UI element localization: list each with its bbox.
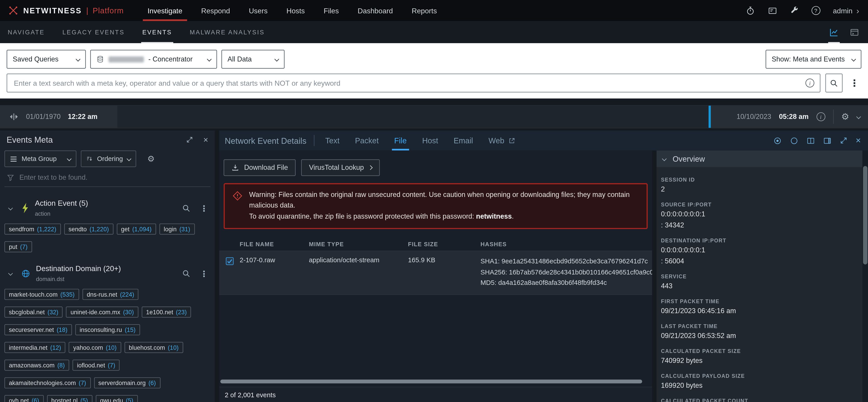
- meta-value-pill[interactable]: akamaitechnologies.com(7): [4, 377, 91, 389]
- close-icon[interactable]: ×: [856, 136, 861, 145]
- meta-value-pill[interactable]: serverdomain.org(6): [94, 377, 160, 389]
- subnav-legacy-events[interactable]: LEGACY EVENTS: [54, 21, 133, 43]
- saved-queries-dropdown[interactable]: Saved Queries: [6, 50, 86, 68]
- field-value: 2: [661, 183, 857, 195]
- meta-filter-input[interactable]: [20, 174, 208, 181]
- kebab-icon[interactable]: ⋮: [200, 269, 208, 278]
- subnav-navigate[interactable]: NAVIGATE: [0, 21, 54, 43]
- events-chart-view-icon[interactable]: [829, 21, 839, 43]
- live-record-icon[interactable]: [773, 136, 782, 145]
- search-icon[interactable]: [182, 269, 190, 278]
- nav-respond[interactable]: Respond: [192, 0, 240, 21]
- tools-wrench-icon[interactable]: [790, 6, 799, 15]
- nav-files[interactable]: Files: [314, 0, 348, 21]
- meta-value-pill[interactable]: gwu.edu(5): [96, 395, 138, 402]
- divider: [833, 110, 833, 124]
- query-options-kebab-icon[interactable]: ⋮: [850, 78, 859, 88]
- meta-value-pill[interactable]: ioflood.net(7): [73, 360, 120, 371]
- collapse-chevron-icon[interactable]: [8, 271, 13, 276]
- help-icon[interactable]: ?: [811, 6, 820, 15]
- query-search-input[interactable]: [7, 74, 820, 92]
- tab-host[interactable]: Host: [414, 131, 446, 150]
- tab-text[interactable]: Text: [318, 131, 347, 150]
- download-file-button[interactable]: Download File: [224, 159, 296, 176]
- meta-settings-gear-icon[interactable]: ⚙: [147, 154, 155, 164]
- file-table-row[interactable]: 2-107-0.raw application/octet-stream 165…: [219, 251, 652, 295]
- user-menu[interactable]: admin ›: [833, 6, 859, 15]
- ordering-label: Ordering: [97, 155, 123, 163]
- chevron-down-icon[interactable]: [856, 114, 861, 119]
- close-icon[interactable]: ×: [204, 135, 208, 143]
- search-button[interactable]: [826, 73, 843, 92]
- show-mode-label: Show: Meta and Events: [772, 56, 845, 63]
- meta-value-pill[interactable]: sendfrom(1,222): [4, 224, 61, 235]
- brand[interactable]: NETWITNESS | Platform: [0, 5, 131, 16]
- timer-icon[interactable]: [745, 6, 755, 15]
- nav-reports[interactable]: Reports: [402, 0, 446, 21]
- meta-value-pill[interactable]: ovh.net(6): [4, 395, 44, 402]
- info-icon[interactable]: i: [816, 112, 825, 121]
- service-selector-dropdown[interactable]: - Concentrator: [90, 50, 217, 68]
- kebab-icon[interactable]: ⋮: [200, 204, 208, 212]
- meta-value-pill[interactable]: hostnet.nl(5): [47, 395, 92, 402]
- meta-value-pill[interactable]: market-touch.com(535): [4, 289, 79, 300]
- tab-file[interactable]: File: [386, 131, 414, 150]
- warning-text-line1: Warning: Files contain the original raw …: [249, 190, 639, 211]
- nav-hosts[interactable]: Hosts: [277, 0, 314, 21]
- meta-value-pill[interactable]: dns-rus.net(224): [82, 289, 139, 300]
- nav-users[interactable]: Users: [239, 0, 277, 21]
- expand-panel-icon[interactable]: [839, 137, 847, 144]
- tab-web[interactable]: Web: [481, 131, 523, 150]
- search-icon[interactable]: [182, 204, 190, 212]
- meta-value-pill[interactable]: 1e100.net(23): [142, 307, 191, 318]
- meta-group-destination-domain[interactable]: Destination Domain (20+) domain.dst ⋮: [0, 252, 215, 282]
- meta-value-pill[interactable]: login(31): [159, 224, 194, 235]
- meta-group-dropdown[interactable]: Meta Group: [4, 150, 76, 167]
- meta-value-pill[interactable]: sendto(1,220): [64, 224, 113, 235]
- ordering-dropdown[interactable]: Ordering: [81, 150, 136, 167]
- vertical-scrollbar-thumb[interactable]: [863, 166, 868, 265]
- meta-value-pill[interactable]: uninet-ide.com.mx(30): [66, 307, 138, 318]
- subnav-malware-analysis[interactable]: MALWARE ANALYSIS: [181, 21, 274, 43]
- show-mode-dropdown[interactable]: Show: Meta and Events: [766, 50, 861, 68]
- info-icon[interactable]: i: [806, 78, 814, 87]
- nav-label: Files: [324, 6, 339, 15]
- meta-value-pill[interactable]: yahoo.com(10): [69, 342, 121, 353]
- overview-header[interactable]: Overview: [656, 150, 862, 167]
- field-value: 740992 bytes: [661, 355, 857, 366]
- meta-value-pill[interactable]: insconsulting.ru(15): [75, 324, 140, 335]
- circle-icon[interactable]: [790, 136, 798, 145]
- jobs-icon[interactable]: [768, 6, 777, 15]
- meta-value-pill[interactable]: secureserver.net(18): [4, 324, 72, 335]
- meta-value-pill[interactable]: put(7): [4, 241, 32, 252]
- side-panel-icon[interactable]: [823, 136, 831, 145]
- meta-value-pill[interactable]: get(1,094): [117, 224, 156, 235]
- expand-panel-icon[interactable]: [186, 136, 193, 143]
- meta-value-pill[interactable]: bluehost.com(10): [124, 342, 183, 353]
- row-checkbox-checked[interactable]: [226, 257, 234, 265]
- gear-icon[interactable]: ⚙: [841, 112, 849, 121]
- horizontal-scrollbar-thumb[interactable]: [220, 380, 642, 383]
- meta-value-pill[interactable]: sbcglobal.net(32): [4, 307, 63, 318]
- file-tab-panel: Download File VirusTotal Lookup Warning:…: [219, 150, 652, 402]
- collapse-chevron-icon[interactable]: [8, 206, 13, 210]
- nav-investigate[interactable]: Investigate: [138, 0, 192, 21]
- events-console-view-icon[interactable]: [850, 21, 859, 43]
- meta-value-pill[interactable]: amazonaws.com(8): [4, 360, 69, 371]
- meta-count: (32): [48, 309, 58, 315]
- meta-value-pill[interactable]: intermedia.net(12): [4, 342, 66, 353]
- field-label: SERVICE: [661, 273, 857, 280]
- timeline-canvas[interactable]: [117, 106, 711, 128]
- virustotal-lookup-button[interactable]: VirusTotal Lookup: [301, 159, 380, 176]
- time-range-dropdown[interactable]: All Data: [221, 50, 285, 68]
- split-view-icon[interactable]: [806, 136, 815, 145]
- horizontal-scrollbar[interactable]: [220, 380, 651, 384]
- meta-group-action-event[interactable]: Action Event (5) action ⋮: [0, 187, 215, 217]
- tab-packet[interactable]: Packet: [347, 131, 386, 150]
- fit-timeline-icon[interactable]: [9, 112, 19, 122]
- subnav-events[interactable]: EVENTS: [133, 21, 181, 43]
- tab-email[interactable]: Email: [446, 131, 481, 150]
- nav-dashboard[interactable]: Dashboard: [348, 0, 402, 21]
- meta-count: (6): [32, 397, 39, 402]
- vertical-scrollbar[interactable]: [863, 150, 868, 402]
